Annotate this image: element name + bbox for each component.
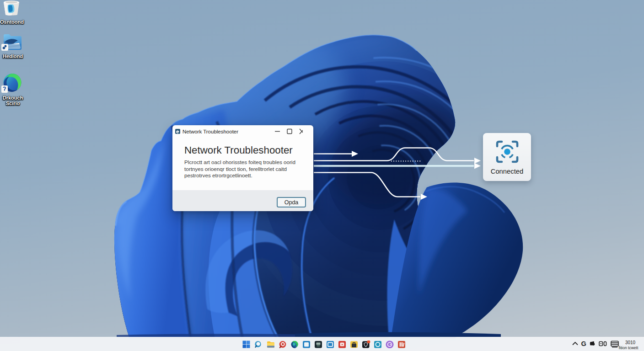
svg-text:G: G [581,340,586,347]
